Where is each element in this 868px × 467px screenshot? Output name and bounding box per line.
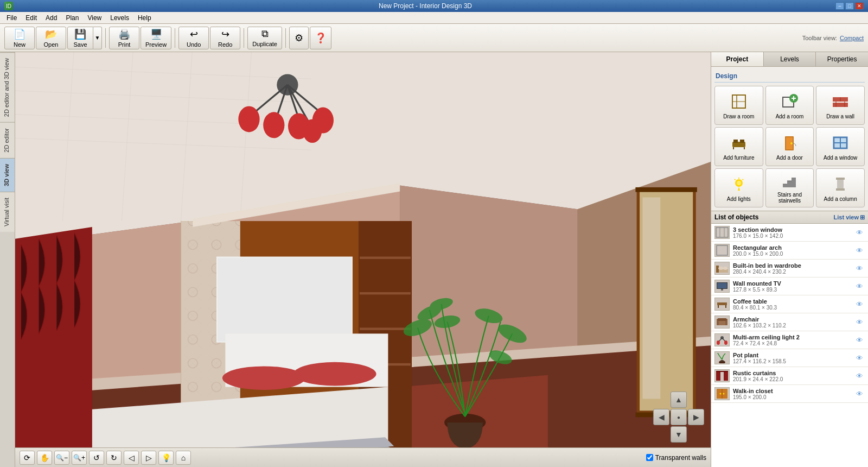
tab-virtual-visit[interactable]: Virtual visit [0,192,15,232]
add-door-button[interactable]: Add a door [765,127,814,166]
add-room-button[interactable]: Add a room [765,86,814,125]
nav-center-button[interactable]: ● [671,409,687,425]
list-item[interactable]: Coffee table80.4 × 80.1 × 30.3👁 [711,295,868,313]
right-panel: Project Levels Properties Design Draw [711,52,868,467]
transparent-walls-control: Transparent walls [646,454,706,462]
object-visibility-toggle[interactable]: 👁 [854,263,865,274]
toolbar-view-link[interactable]: Compact [840,35,864,41]
menu-add[interactable]: Add [41,13,61,23]
nav-left-button[interactable]: ◀ [653,409,669,425]
list-title: List of objects [714,213,758,221]
add-furniture-button[interactable]: Add furniture [714,127,763,166]
object-visibility-toggle[interactable]: 👁 [854,352,865,363]
add-furniture-icon [729,133,749,153]
redo-button[interactable]: ↪ Redo [210,27,240,49]
zoom-in-button[interactable]: 🔍+ [72,451,87,465]
transparent-walls-label[interactable]: Transparent walls [655,454,706,462]
tab-2d-3d[interactable]: 2D editor and 3D view [0,52,15,122]
add-column-label: Add a column [824,196,857,202]
duplicate-button[interactable]: ⧉ Duplicate [247,27,282,49]
nav-down-button[interactable]: ▼ [671,426,687,443]
add-window-button[interactable]: Add a window [816,127,865,166]
maximize-button[interactable]: □ [845,2,854,10]
save-dropdown[interactable]: ▼ [93,27,102,49]
list-item[interactable]: Rectangular arch200.0 × 15.0 × 200.0👁 [711,242,868,260]
svg-rect-22 [360,327,411,330]
save-group: 💾 Save ▼ [67,27,102,49]
svg-rect-109 [717,302,727,305]
stairs-icon [780,172,799,190]
object-visibility-toggle[interactable]: 👁 [854,388,865,399]
menu-edit[interactable]: Edit [21,13,41,23]
preview-button[interactable]: 🖥️ Preview [141,27,171,49]
transparent-walls-checkbox[interactable] [646,454,653,461]
object-icon [714,280,730,293]
list-item[interactable]: Multi-arm ceiling light 272.4 × 72.4 × 2… [711,331,868,349]
redo-icon: ↪ [221,28,229,40]
settings-button[interactable]: ⚙ [289,27,309,49]
open-button[interactable]: 📂 Open [36,27,66,49]
pan-button[interactable]: ✋ [37,451,52,465]
add-column-button[interactable]: Add a column [816,168,865,207]
print-button[interactable]: 🖨️ Print [109,27,139,49]
tab-levels[interactable]: Levels [764,52,816,66]
objects-list[interactable]: 3 section window176.0 × 15.0 × 142.0👁Rec… [711,224,868,467]
new-button[interactable]: 📄 New [4,27,35,49]
object-icon [714,244,730,257]
orbit-right-button[interactable]: ↻ [106,451,122,465]
tab-2d[interactable]: 2D editor [0,122,15,158]
close-button[interactable]: ✕ [855,2,864,10]
object-icon [714,387,730,400]
stairs-button[interactable]: Stairs and stairwells [765,168,814,207]
list-item[interactable]: Walk-in closet195.0 × 200.0👁 [711,385,868,403]
object-name: Pot plant [733,352,851,358]
list-item[interactable]: Pot plant127.4 × 116.2 × 158.5👁 [711,349,868,367]
settings-icon: ⚙ [295,32,303,44]
object-visibility-toggle[interactable]: 👁 [854,299,865,310]
nav-up-button[interactable]: ▲ [671,392,687,408]
menu-help[interactable]: Help [133,13,156,23]
menu-levels[interactable]: Levels [106,13,133,23]
list-item[interactable]: Built-in bed in wardrobe280.4 × 240.4 × … [711,260,868,277]
list-item[interactable]: Armchair102.6 × 103.2 × 110.2👁 [711,313,868,331]
list-item[interactable]: 3 section window176.0 × 15.0 × 142.0👁 [711,224,868,242]
list-section: List of objects List view ⊞ 3 section wi… [711,211,868,467]
draw-room-button[interactable]: Draw a room [714,86,763,125]
viewport[interactable]: ▲ ◀ ● ▶ ▼ ⟳ ✋ 🔍− 🔍+ ↺ ↻ ◁ ▷ 💡 ⌂ Transpar… [15,52,711,467]
object-visibility-toggle[interactable]: 👁 [854,227,865,238]
svg-rect-73 [733,140,738,143]
add-room-label: Add a room [776,113,804,119]
nav-empty-3 [653,426,669,443]
svg-rect-97 [837,180,844,188]
light-button[interactable]: 💡 [158,451,174,465]
draw-wall-button[interactable]: Draw a wall [816,86,865,125]
object-visibility-toggle[interactable]: 👁 [854,370,865,381]
add-lights-button[interactable]: Add lights [714,168,763,207]
menu-view[interactable]: View [83,13,106,23]
tilt-left-button[interactable]: ◁ [124,451,139,465]
tab-properties[interactable]: Properties [816,52,868,66]
tab-project[interactable]: Project [711,52,764,66]
object-visibility-toggle[interactable]: 👁 [854,245,865,256]
minimize-button[interactable]: – [835,2,844,10]
zoom-out-button[interactable]: 🔍− [54,451,69,465]
object-visibility-toggle[interactable]: 👁 [854,335,865,345]
object-dims: 80.4 × 80.1 × 30.3 [733,305,851,311]
tilt-right-button[interactable]: ▷ [141,451,156,465]
home-view-button[interactable]: ⌂ [176,451,191,465]
tab-3d[interactable]: 3D view [0,158,15,192]
list-item[interactable]: Wall mounted TV127.8 × 5.5 × 89.3👁 [711,277,868,295]
nav-right-button[interactable]: ▶ [688,409,704,425]
help-button[interactable]: ❓ [310,27,331,49]
menu-plan[interactable]: Plan [61,13,83,23]
menu-file[interactable]: File [2,13,21,23]
list-view-button[interactable]: List view ⊞ [834,214,865,221]
orbit-left-button[interactable]: ↺ [89,451,104,465]
object-visibility-toggle[interactable]: 👁 [854,281,865,292]
undo-button[interactable]: ↩ Undo [178,27,209,49]
save-button[interactable]: 💾 Save [67,27,93,49]
360-view-button[interactable]: ⟳ [20,451,35,465]
preview-icon: 🖥️ [150,28,162,40]
object-visibility-toggle[interactable]: 👁 [854,317,865,327]
list-item[interactable]: Rustic curtains201.9 × 24.4 × 222.0👁 [711,367,868,385]
